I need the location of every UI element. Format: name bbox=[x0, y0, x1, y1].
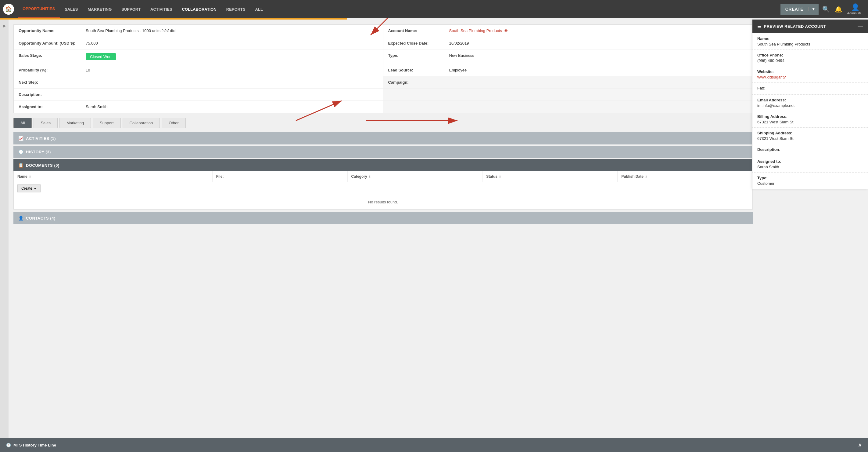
type-label: Type: bbox=[388, 53, 449, 58]
detail-row-6: Description: bbox=[14, 89, 752, 101]
sort-icon-name: ⇕ bbox=[29, 175, 31, 178]
sales-stage-badge: Closed Won bbox=[86, 53, 116, 60]
preview-value-type: Customer bbox=[757, 181, 863, 186]
navbar: 🏠 OPPORTUNITIES SALES MARKETING SUPPORT … bbox=[0, 0, 868, 18]
tab-other[interactable]: Other bbox=[162, 118, 186, 128]
nav-items: OPPORTUNITIES SALES MARKETING SUPPORT AC… bbox=[18, 0, 780, 18]
th-publish-date[interactable]: Publish Date ⇕ bbox=[618, 171, 752, 182]
probability-value: 10 bbox=[86, 68, 90, 73]
chevron-left-icon: ▶ bbox=[3, 23, 6, 28]
description-label: Description: bbox=[19, 92, 86, 97]
lead-source-value: Employee bbox=[449, 68, 467, 73]
sales-stage-field: Sales Stage: Closed Won bbox=[14, 50, 383, 64]
preview-label-type: Type: bbox=[757, 176, 863, 180]
tabs-row: All Sales Marketing Support Collaboratio… bbox=[13, 118, 753, 128]
nav-item-reports[interactable]: REPORTS bbox=[221, 0, 250, 18]
detail-row-7: Assigned to: Sarah Smith bbox=[14, 101, 752, 113]
preview-label-billing: Billing Address: bbox=[757, 114, 863, 119]
preview-field-shipping: Shipping Address: 67321 West Siam St. bbox=[752, 128, 868, 144]
preview-field-billing: Billing Address: 67321 West Siam St. bbox=[752, 111, 868, 128]
notification-icon[interactable]: 🔔 bbox=[834, 4, 844, 14]
activities-icon: 📈 bbox=[18, 136, 24, 141]
create-dropdown-icon[interactable]: ▼ bbox=[808, 7, 818, 11]
nav-item-sales[interactable]: SALES bbox=[60, 0, 83, 18]
tab-marketing[interactable]: Marketing bbox=[60, 118, 91, 128]
main-content: ▶ Opportunity Name: South Sea Plumbing P… bbox=[0, 20, 868, 452]
activities-title: ACTIVITIES (1) bbox=[26, 136, 56, 141]
user-label: Administr... bbox=[847, 11, 864, 15]
create-button[interactable]: CREATE ▼ bbox=[780, 4, 818, 15]
preview-field-description: Description: bbox=[752, 144, 868, 156]
table-create-button[interactable]: Create ▼ bbox=[18, 185, 40, 192]
preview-field-fax: Fax: bbox=[752, 83, 868, 95]
contacts-section-header[interactable]: 👤 CONTACTS (4) bbox=[13, 212, 753, 224]
history-bar-title: 🕐 MTS History Time Line bbox=[6, 443, 56, 447]
nav-item-marketing[interactable]: MARKETING bbox=[83, 0, 117, 18]
preview-field-name: Name: South Sea Plumbing Products bbox=[752, 33, 868, 50]
tab-sales[interactable]: Sales bbox=[34, 118, 58, 128]
tab-all[interactable]: All bbox=[13, 118, 32, 128]
home-icon: 🏠 bbox=[5, 6, 12, 12]
history-timeline-bar: 🕐 MTS History Time Line ∧ bbox=[0, 438, 868, 452]
user-avatar-icon: 👤 bbox=[851, 3, 860, 11]
history-expand-button[interactable]: ∧ bbox=[858, 442, 862, 448]
sidebar-toggle[interactable]: ▶ bbox=[0, 20, 8, 452]
contacts-icon: 👤 bbox=[18, 216, 24, 221]
nav-logo[interactable]: 🏠 bbox=[3, 4, 14, 15]
preview-field-assigned: Assigned to: Sarah Smith bbox=[752, 156, 868, 173]
next-step-field: Next Step: bbox=[14, 76, 383, 88]
preview-value-billing: 67321 West Siam St. bbox=[757, 120, 863, 124]
detail-row-1: Opportunity Name: South Sea Plumbing Pro… bbox=[14, 25, 752, 37]
description-field: Description: bbox=[14, 89, 383, 101]
preview-label-description: Description: bbox=[757, 147, 863, 152]
history-title: HISTORY (3) bbox=[26, 150, 51, 154]
preview-title: ☰ PREVIEW RELATED ACCOUNT bbox=[757, 24, 826, 29]
detail-row-2: Opportunity Amount: (USD $): 75,000 Expe… bbox=[14, 37, 752, 50]
activities-section-header[interactable]: 📈 ACTIVITIES (1) bbox=[13, 132, 753, 144]
account-name-label: Account Name: bbox=[388, 28, 449, 33]
content-area: Opportunity Name: South Sea Plumbing Pro… bbox=[8, 20, 757, 452]
tab-support[interactable]: Support bbox=[93, 118, 121, 128]
preview-value-shipping: 67321 West Siam St. bbox=[757, 136, 863, 141]
nav-item-opportunities[interactable]: OPPORTUNITIES bbox=[18, 0, 60, 18]
documents-icon: 📋 bbox=[18, 163, 24, 168]
history-icon: 🕐 bbox=[18, 149, 24, 154]
lead-source-field: Lead Source: Employee bbox=[383, 64, 753, 76]
create-label: CREATE bbox=[780, 7, 808, 11]
documents-section-header[interactable]: 📋 DOCUMENTS (0) bbox=[13, 159, 753, 171]
assigned-to-value: Sarah Smith bbox=[86, 105, 108, 109]
th-status[interactable]: Status ⇕ bbox=[483, 171, 618, 182]
opportunity-amount-label: Opportunity Amount: (USD $): bbox=[19, 41, 86, 46]
opportunity-name-label: Opportunity Name: bbox=[19, 28, 86, 33]
eye-icon[interactable]: 👁 bbox=[504, 28, 508, 33]
sort-icon-date: ⇕ bbox=[645, 175, 647, 178]
account-name-value[interactable]: South Sea Plumbing Products bbox=[449, 28, 502, 33]
preview-label-name: Name: bbox=[757, 36, 863, 41]
history-clock-icon: 🕐 bbox=[6, 443, 11, 447]
tab-collaboration[interactable]: Collaboration bbox=[123, 118, 160, 128]
type-field: Type: New Business bbox=[383, 50, 753, 64]
preview-header: ☰ PREVIEW RELATED ACCOUNT — bbox=[752, 20, 868, 33]
nav-item-activities[interactable]: ACTIVITIES bbox=[146, 0, 177, 18]
search-icon[interactable]: 🔍 bbox=[821, 4, 831, 14]
nav-right: CREATE ▼ 🔍 🔔 👤 Administr... bbox=[780, 2, 865, 16]
preview-field-website: Website: www.kidsugar.tv bbox=[752, 66, 868, 83]
preview-label-assigned: Assigned to: bbox=[757, 159, 863, 164]
history-section-header[interactable]: 🕐 HISTORY (3) bbox=[13, 146, 753, 158]
opportunity-amount-field: Opportunity Amount: (USD $): 75,000 bbox=[14, 37, 383, 49]
preview-value-phone: (996) 460-0494 bbox=[757, 58, 863, 63]
probability-field: Probability (%): 10 bbox=[14, 64, 383, 76]
sales-stage-label: Sales Stage: bbox=[19, 53, 86, 58]
nav-item-all[interactable]: ALL bbox=[250, 0, 268, 18]
probability-label: Probability (%): bbox=[19, 68, 86, 73]
th-name[interactable]: Name ⇕ bbox=[14, 171, 213, 182]
preview-value-email: im.info@example.net bbox=[757, 103, 863, 108]
preview-value-website[interactable]: www.kidsugar.tv bbox=[757, 75, 863, 79]
nav-item-support[interactable]: SUPPORT bbox=[117, 0, 146, 18]
th-category[interactable]: Category ⇕ bbox=[348, 171, 483, 182]
preview-close-button[interactable]: — bbox=[858, 23, 863, 30]
expected-close-field: Expected Close Date: 16/02/2019 bbox=[383, 37, 753, 49]
nav-item-collaboration[interactable]: COLLABORATION bbox=[177, 0, 221, 18]
sort-icon-category: ⇕ bbox=[368, 175, 371, 178]
user-menu[interactable]: 👤 Administr... bbox=[846, 2, 865, 16]
